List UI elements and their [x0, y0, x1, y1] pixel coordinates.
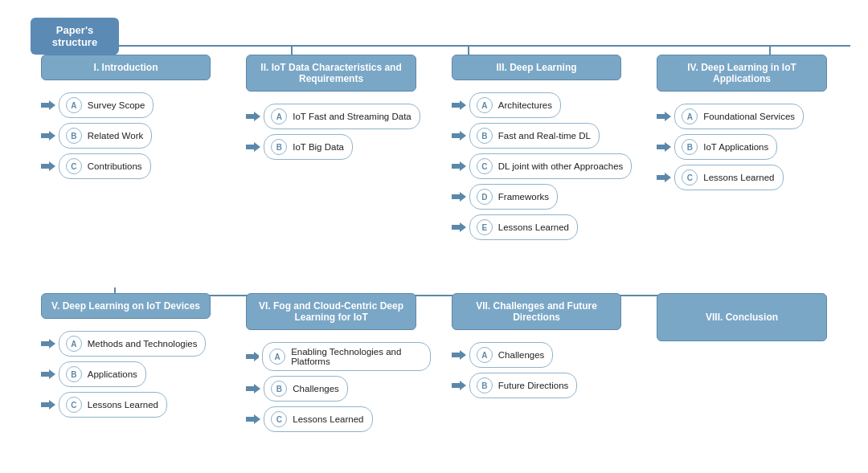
svg-marker-19: [452, 161, 466, 171]
sec2-subitem-b: BIoT Big Data: [264, 134, 353, 160]
sec5-subitem-b: BApplications: [59, 361, 146, 387]
arrow-icon: [452, 192, 466, 202]
svg-marker-12: [41, 100, 55, 110]
sec3-item-e: ELessons Learned: [452, 214, 637, 240]
sec7-item-b: BFuture Directions: [452, 373, 637, 398]
svg-marker-21: [452, 222, 466, 232]
section-5-col: V. Deep Learning on IoT Devices AMethods…: [31, 293, 236, 432]
section-7-items: AChallenges BFuture Directions: [452, 342, 637, 398]
sec3-subitem-b: BFast and Real-time DL: [469, 123, 600, 149]
sec1-item-c: CContributions: [41, 153, 226, 179]
arrow-icon: [41, 161, 55, 171]
svg-marker-29: [246, 384, 260, 393]
sec6-item-c: CLessons Learned: [246, 406, 431, 432]
arrow-icon: [41, 400, 55, 410]
svg-marker-28: [246, 352, 259, 361]
svg-marker-31: [452, 350, 466, 360]
arrow-icon: [246, 414, 260, 424]
svg-marker-27: [41, 400, 55, 410]
arrow-icon: [246, 142, 260, 152]
section-1-header: I. Introduction: [41, 55, 211, 80]
section-7-col: VII. Challenges and Future Directions AC…: [441, 293, 647, 432]
arrow-icon: [41, 131, 55, 141]
sec6-subitem-a: AEnabling Technologies and Platforms: [262, 342, 431, 371]
section-3-col: III. Deep Learning AArchitectures BFast …: [441, 55, 647, 240]
svg-marker-15: [246, 112, 260, 121]
section-3-header: III. Deep Learning: [452, 55, 622, 80]
sec5-item-b: BApplications: [41, 361, 226, 387]
sec4-item-a: AFoundational Services: [657, 104, 841, 129]
section-3-items: AArchitectures BFast and Real-time DL CD…: [452, 92, 637, 240]
sec4-subitem-b: BIoT Applications: [674, 134, 777, 160]
svg-marker-30: [246, 414, 260, 424]
section-5-items: AMethods and Technologies BApplications …: [41, 331, 226, 418]
svg-marker-20: [452, 192, 466, 202]
sec2-item-a: AIoT Fast and Streaming Data: [246, 104, 431, 129]
section-2-header: II. IoT Data Characteristics and Require…: [246, 55, 416, 92]
section-6-items: AEnabling Technologies and Platforms BCh…: [246, 342, 431, 432]
sec1-item-b: BRelated Work: [41, 123, 226, 149]
svg-marker-32: [452, 381, 466, 390]
sec6-item-b: BChallenges: [246, 376, 431, 402]
arrow-icon: [452, 350, 466, 360]
bottom-row: V. Deep Learning on IoT Devices AMethods…: [31, 293, 852, 432]
svg-marker-22: [657, 112, 671, 121]
sec7-subitem-b: BFuture Directions: [469, 373, 578, 398]
sec3-subitem-a: AArchitectures: [469, 92, 561, 118]
section-2-items: AIoT Fast and Streaming Data BIoT Big Da…: [246, 104, 431, 160]
sec4-item-c: CLessons Learned: [657, 165, 841, 190]
arrow-icon: [657, 112, 671, 121]
sec5-subitem-a: AMethods and Technologies: [59, 331, 207, 357]
sec7-item-a: AChallenges: [452, 342, 637, 368]
svg-marker-17: [452, 100, 466, 110]
arrow-icon: [657, 142, 671, 152]
section-7-header: VII. Challenges and Future Directions: [452, 293, 622, 330]
sec2-subitem-a: AIoT Fast and Streaming Data: [264, 104, 420, 129]
svg-marker-23: [657, 142, 671, 152]
sec1-subitem-a: ASurvey Scope: [59, 92, 154, 118]
arrow-icon: [657, 173, 671, 182]
sec6-subitem-b: BChallenges: [264, 376, 348, 402]
sec6-subitem-c: CLessons Learned: [264, 406, 372, 432]
section-6-header: VI. Fog and Cloud-Centric Deep Learning …: [246, 293, 416, 330]
section-8-col: VIII. Conclusion: [647, 293, 853, 432]
sec1-item-a: ASurvey Scope: [41, 92, 226, 118]
section-8-header: VIII. Conclusion: [657, 293, 827, 341]
svg-marker-18: [452, 131, 466, 141]
section-4-items: AFoundational Services BIoT Applications…: [657, 104, 841, 190]
sec4-subitem-a: AFoundational Services: [674, 104, 804, 129]
arrow-icon: [452, 100, 466, 110]
sec7-subitem-a: AChallenges: [469, 342, 554, 368]
sec4-subitem-c: CLessons Learned: [674, 165, 783, 190]
arrow-icon: [452, 161, 466, 171]
arrow-icon: [452, 381, 466, 390]
arrow-icon: [41, 100, 55, 110]
section-1-col: I. Introduction ASurvey Scope BRelated W…: [31, 55, 236, 240]
sec5-item-a: AMethods and Technologies: [41, 331, 226, 357]
sec5-item-c: CLessons Learned: [41, 392, 226, 418]
sec4-item-b: BIoT Applications: [657, 134, 841, 160]
section-6-col: VI. Fog and Cloud-Centric Deep Learning …: [236, 293, 442, 432]
svg-marker-26: [41, 369, 55, 379]
arrow-icon: [246, 384, 260, 393]
arrow-icon: [452, 131, 466, 141]
sec3-item-b: BFast and Real-time DL: [452, 123, 637, 149]
svg-marker-16: [246, 142, 260, 152]
svg-marker-25: [41, 339, 55, 349]
diagram-container: Paper's structure I. Introduction ASurve…: [0, 0, 868, 473]
arrow-icon: [41, 339, 55, 349]
svg-marker-13: [41, 131, 55, 141]
sec3-item-d: DFrameworks: [452, 184, 637, 210]
section-4-col: IV. Deep Learning in IoT Applications AF…: [647, 55, 853, 240]
sec3-item-c: CDL joint with other Approaches: [452, 153, 637, 179]
section-5-header: V. Deep Learning on IoT Devices: [41, 293, 211, 319]
section-1-items: ASurvey Scope BRelated Work CContributio…: [41, 92, 226, 179]
sec3-subitem-e: ELessons Learned: [469, 214, 578, 240]
sec3-item-a: AArchitectures: [452, 92, 637, 118]
sec1-subitem-c: CContributions: [59, 153, 151, 179]
arrow-icon: [246, 112, 260, 121]
paper-structure-box: Paper's structure: [31, 18, 119, 55]
top-row: I. Introduction ASurvey Scope BRelated W…: [31, 55, 852, 240]
svg-marker-24: [657, 173, 671, 182]
arrow-icon: [246, 352, 259, 361]
